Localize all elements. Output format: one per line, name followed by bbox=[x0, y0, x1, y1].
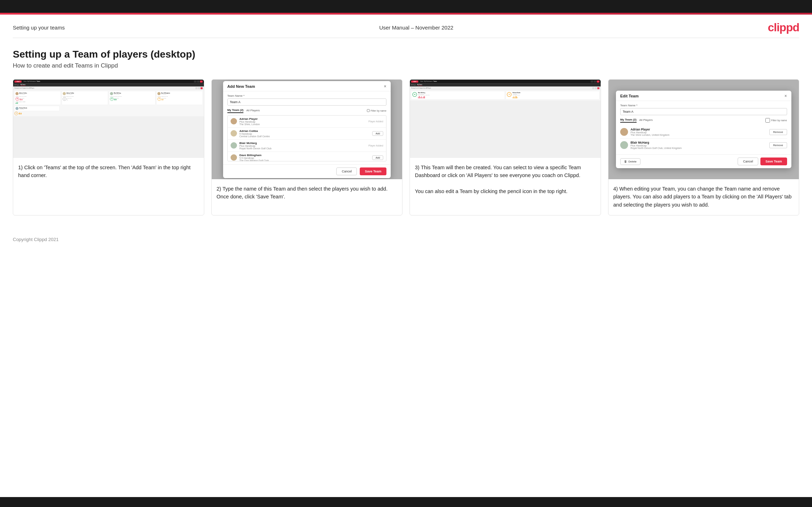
player-name: Blair McHarg bbox=[631, 141, 767, 144]
step-3-card: clippd Home My Performance Teams bbox=[410, 79, 601, 215]
player-name: Dave Billingham bbox=[239, 154, 370, 157]
modal2-close-icon[interactable]: × bbox=[785, 94, 787, 98]
player-sub: 5 Handicap Central London Golf Centre bbox=[239, 133, 370, 138]
player-info: Adrian Player Plus Handicap The Shire Lo… bbox=[631, 128, 767, 136]
step-4-card: Edit Team × Team Name * My Team (2) All … bbox=[608, 79, 800, 215]
player-info: Adrian Coliba 5 Handicap Central London … bbox=[239, 129, 370, 138]
step-2-card: Add New Team × Team Name * My Team (2) A… bbox=[211, 79, 403, 215]
player-sub: Plus Handicap Royal North Devon Golf Clu… bbox=[631, 144, 767, 149]
steps-grid: clippd Home My Performance Teams bbox=[13, 79, 799, 215]
modal2-footer: 🗑 Delete Cancel Save Team bbox=[616, 154, 791, 168]
player-avatar bbox=[231, 142, 237, 149]
header-document-title: User Manual – November 2022 bbox=[379, 25, 453, 31]
player-avatar bbox=[620, 141, 628, 149]
edit-team-modal: Edit Team × Team Name * My Team (2) All … bbox=[616, 91, 791, 168]
delete-label: Delete bbox=[628, 160, 637, 163]
player-info: Dave Billingham 5.5 Handicap The Dog Mag… bbox=[239, 154, 370, 161]
add-team-modal: Add New Team × Team Name * My Team (2) A… bbox=[223, 81, 391, 178]
player-sub: 5.5 Handicap The Dog Maging Golf Club bbox=[239, 157, 370, 161]
bottom-bar bbox=[0, 497, 812, 507]
player-info: Adrian Player Plus Handicap The Shire, L… bbox=[239, 117, 366, 126]
page-content: Setting up a Team of players (desktop) H… bbox=[0, 38, 812, 233]
save-team-button[interactable]: Save Team bbox=[360, 167, 386, 175]
filter-checkbox[interactable] bbox=[367, 109, 370, 112]
player-avatar bbox=[231, 118, 237, 124]
modal2-filter: Filter by name bbox=[765, 118, 787, 123]
filter-label2: Filter by name bbox=[771, 119, 787, 122]
filter-checkbox2[interactable] bbox=[765, 118, 770, 123]
modal-title: Add New Team bbox=[227, 84, 255, 89]
add-player-button[interactable]: Add bbox=[372, 155, 383, 160]
player-avatar bbox=[620, 128, 628, 136]
player-sub: Plus Handicap The Shire London, United K… bbox=[631, 131, 767, 136]
team-name-label2: Team Name * bbox=[620, 104, 787, 107]
modal2-tabs: My Team (2) All Players Filter by name bbox=[620, 118, 787, 123]
step-4-text: 4) When editing your Team, you can chang… bbox=[608, 179, 799, 215]
modal2-player-row: Adrian Player Plus Handicap The Shire Lo… bbox=[620, 126, 787, 139]
modal-filter: Filter by name bbox=[367, 109, 386, 112]
delete-team-button[interactable]: 🗑 Delete bbox=[620, 158, 640, 165]
page-title: Setting up a Team of players (desktop) bbox=[13, 49, 799, 60]
modal2-header: Edit Team × bbox=[616, 91, 791, 101]
modal-tab-my-team[interactable]: My Team (2) bbox=[227, 108, 244, 113]
step-4-screenshot: Edit Team × Team Name * My Team (2) All … bbox=[608, 80, 799, 179]
trash-icon: 🗑 bbox=[624, 160, 627, 163]
top-bar bbox=[0, 0, 812, 13]
team-name-label: Team Name * bbox=[227, 94, 386, 97]
page-footer: Copyright Clippd 2021 bbox=[0, 233, 812, 249]
modal-players-list: Adrian Player Plus Handicap The Shire, L… bbox=[227, 115, 386, 161]
step-2-text: 2) Type the name of this Team and then s… bbox=[212, 179, 402, 207]
step-3-screenshot: clippd Home My Performance Teams bbox=[410, 80, 601, 158]
player-avatar bbox=[231, 154, 237, 161]
step-1-screenshot: clippd Home My Performance Teams bbox=[13, 80, 204, 158]
modal-tabs: My Team (2) All Players Filter by name bbox=[227, 108, 386, 113]
modal-player-row: Adrian Player Plus Handicap The Shire, L… bbox=[228, 116, 386, 128]
modal-footer: Cancel Save Team bbox=[223, 164, 391, 178]
filter-label: Filter by name bbox=[371, 110, 386, 112]
player-info: Blair McHarg Plus Handicap Royal North D… bbox=[631, 141, 767, 149]
copyright-text: Copyright Clippd 2021 bbox=[13, 237, 59, 242]
player-info: Blair McHarg Plus Handicap Royal North D… bbox=[239, 142, 366, 150]
modal2-tab-my-team[interactable]: My Team (2) bbox=[620, 118, 637, 123]
player-name: Adrian Coliba bbox=[239, 129, 370, 133]
cancel-button2[interactable]: Cancel bbox=[738, 158, 758, 165]
player-avatar bbox=[231, 130, 237, 137]
modal-body: Team Name * My Team (2) All Players Filt… bbox=[223, 91, 391, 164]
modal-close-icon[interactable]: × bbox=[384, 84, 386, 89]
add-player-button[interactable]: Add bbox=[372, 131, 383, 136]
modal-player-row: Adrian Coliba 5 Handicap Central London … bbox=[228, 128, 386, 140]
team-name-input[interactable] bbox=[227, 98, 386, 106]
header-section-label: Setting up your teams bbox=[13, 25, 65, 31]
modal2-footer-right: Cancel Save Team bbox=[738, 158, 787, 165]
player-name: Adrian Player bbox=[631, 128, 767, 131]
player-status-added: Player Added bbox=[368, 120, 383, 123]
step-1-text: 1) Click on 'Teams' at the top of the sc… bbox=[13, 158, 204, 186]
modal-tab-all-players[interactable]: All Players bbox=[246, 109, 260, 113]
player-name: Adrian Player bbox=[239, 117, 366, 121]
modal-player-row: Blair McHarg Plus Handicap Royal North D… bbox=[228, 140, 386, 152]
team-name-input2[interactable] bbox=[620, 108, 787, 115]
player-sub: Plus Handicap The Shire, London bbox=[239, 121, 366, 126]
player-name: Blair McHarg bbox=[239, 142, 366, 145]
cancel-button[interactable]: Cancel bbox=[336, 167, 357, 175]
save-team-button2[interactable]: Save Team bbox=[760, 158, 787, 165]
player-sub: Plus Handicap Royal North Devon Golf Clu… bbox=[239, 145, 366, 150]
step-3-text: 3) This Team will then be created. You c… bbox=[410, 158, 601, 202]
modal-header: Add New Team × bbox=[223, 81, 391, 91]
modal2-tab-all-players[interactable]: All Players bbox=[639, 118, 653, 122]
logo: clippd bbox=[768, 21, 799, 34]
modal2-body: Team Name * My Team (2) All Players Filt… bbox=[616, 101, 791, 154]
step-2-screenshot: Add New Team × Team Name * My Team (2) A… bbox=[212, 80, 402, 179]
modal2-title: Edit Team bbox=[620, 94, 639, 98]
modal-player-row: Dave Billingham 5.5 Handicap The Dog Mag… bbox=[228, 152, 386, 161]
player-status-added: Player Added bbox=[368, 144, 383, 147]
modal2-player-row: Blair McHarg Plus Handicap Royal North D… bbox=[620, 139, 787, 151]
header: Setting up your teams User Manual – Nove… bbox=[0, 15, 812, 38]
page-subtitle: How to create and edit Teams in Clippd bbox=[13, 62, 799, 69]
remove-player-button[interactable]: Remove bbox=[769, 142, 787, 148]
remove-player-button[interactable]: Remove bbox=[769, 129, 787, 135]
step-1-card: clippd Home My Performance Teams bbox=[13, 79, 204, 215]
